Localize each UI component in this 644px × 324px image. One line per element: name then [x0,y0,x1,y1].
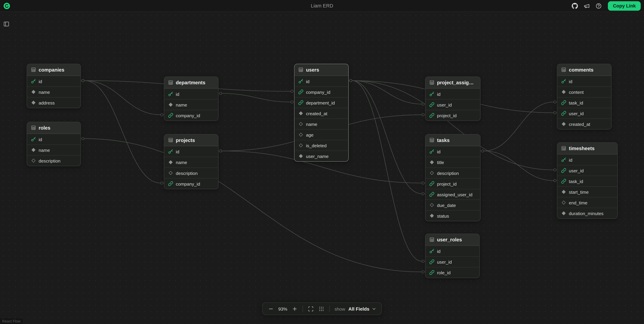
table-node-user_roles[interactable]: user_rolesiduser_idrole_id [425,234,480,278]
column-name: start_time [569,190,588,194]
column-tasks-description[interactable]: description [426,168,480,178]
github-button[interactable] [570,1,580,11]
table-header-user_roles[interactable]: user_roles [426,234,479,246]
column-name: assigned_user_id [437,192,472,197]
toolbar-divider [329,305,330,312]
table-node-companies[interactable]: companiesidnameaddress [27,64,81,108]
key-icon [561,79,566,84]
column-users-id[interactable]: id [294,76,348,86]
table-header-projects[interactable]: projects [164,134,218,146]
column-project_assignments-id[interactable]: id [426,88,480,99]
table-node-timesheets[interactable]: timesheetsiduser_idtask_idstart_timeend_… [557,142,618,219]
column-projects-name[interactable]: name [164,157,218,168]
column-users-created_at[interactable]: created_at [294,108,348,118]
column-departments-company_id[interactable]: company_id [164,110,218,120]
column-projects-description[interactable]: description [164,168,218,178]
column-name: content [569,89,584,94]
column-users-user_name[interactable]: user_name [294,150,348,161]
column-tasks-assigned_user_id[interactable]: assigned_user_id [426,189,480,200]
column-comments-user_id[interactable]: user_id [557,108,611,118]
column-departments-id[interactable]: id [164,88,218,99]
column-timesheets-id[interactable]: id [557,154,617,165]
zoom-in-button[interactable] [291,305,299,313]
column-comments-id[interactable]: id [557,76,611,86]
column-user_roles-role_id[interactable]: role_id [426,267,479,278]
column-projects-id[interactable]: id [164,146,218,157]
column-name: description [38,158,60,163]
fit-view-button[interactable] [306,305,315,313]
column-projects-company_id[interactable]: company_id [164,178,218,189]
table-header-comments[interactable]: comments [557,64,611,76]
zoom-out-button[interactable] [267,305,275,313]
table-header-departments[interactable]: departments [164,77,218,88]
column-comments-content[interactable]: content [557,86,611,97]
column-timesheets-start_time[interactable]: start_time [557,186,617,197]
column-roles-name[interactable]: name [27,144,80,155]
column-timesheets-user_id[interactable]: user_id [557,165,617,176]
tidy-up-button[interactable] [317,305,326,313]
column-name: description [176,171,198,176]
link-icon [429,113,435,118]
column-users-name[interactable]: name [294,118,348,129]
column-users-department_id[interactable]: department_id [294,97,348,108]
column-users-company_id[interactable]: company_id [294,86,348,97]
table-node-tasks[interactable]: tasksidtitledescriptionproject_idassigne… [425,134,480,221]
table-header-timesheets[interactable]: timesheets [557,143,617,154]
table-icon [561,67,566,72]
column-tasks-id[interactable]: id [426,146,480,157]
column-roles-id[interactable]: id [27,134,80,144]
table-node-comments[interactable]: commentsidcontenttask_iduser_idcreated_a… [557,64,612,130]
table-header-project_assignments[interactable]: project_assignme... [426,77,480,88]
column-companies-name[interactable]: name [27,86,80,97]
column-users-age[interactable]: age [294,129,348,140]
table-header-users[interactable]: users [294,64,348,76]
table-node-projects[interactable]: projectsidnamedescriptioncompany_id [164,134,218,189]
table-header-roles[interactable]: roles [27,122,80,134]
column-tasks-due_date[interactable]: due_date [426,200,480,210]
column-project_assignments-user_id[interactable]: user_id [426,99,480,110]
key-icon [31,79,36,84]
reactflow-attribution[interactable]: React Flow [0,318,22,324]
table-name: companies [38,67,64,73]
table-header-tasks[interactable]: tasks [426,134,480,146]
column-comments-created_at[interactable]: created_at [557,118,611,129]
table-node-roles[interactable]: rolesidnamedescription [27,122,81,166]
column-name: id [569,157,572,162]
column-user_roles-id[interactable]: id [426,246,479,256]
column-tasks-title[interactable]: title [426,157,480,168]
table-node-users[interactable]: usersidcompany_iddepartment_idcreated_at… [294,64,348,162]
column-companies-id[interactable]: id [27,76,80,86]
column-project_assignments-project_id[interactable]: project_id [426,110,480,120]
column-users-is_deleted[interactable]: is_deleted [294,140,348,150]
link-icon [429,259,435,265]
column-timesheets-duration_minutes[interactable]: duration_minutes [557,208,617,218]
column-companies-address[interactable]: address [27,97,80,108]
diamond-filled-icon [561,211,566,216]
column-tasks-project_id[interactable]: project_id [426,178,480,189]
column-user_roles-user_id[interactable]: user_id [426,256,479,267]
column-timesheets-task_id[interactable]: task_id [557,176,617,186]
fields-filter-value: All Fields [348,306,370,311]
column-comments-task_id[interactable]: task_id [557,97,611,108]
table-icon [168,80,174,85]
column-departments-name[interactable]: name [164,99,218,110]
column-timesheets-end_time[interactable]: end_time [557,197,617,208]
announcement-button[interactable] [582,1,592,11]
link-icon [168,113,174,118]
column-name: name [38,89,50,94]
fields-filter-button[interactable]: All Fields [348,306,377,311]
table-node-departments[interactable]: departmentsidnamecompany_id [164,77,218,121]
column-name: name [176,102,187,107]
column-name: title [437,160,444,165]
show-label: show [334,306,345,311]
erd-canvas[interactable]: companiesidnameaddressrolesidnamedescrip… [0,0,644,324]
column-tasks-status[interactable]: status [426,210,480,221]
table-header-companies[interactable]: companies [27,64,80,76]
copy-link-button[interactable]: Copy Link [608,1,641,11]
table-node-project_assignments[interactable]: project_assignme...iduser_idproject_id [425,77,480,121]
column-roles-description[interactable]: description [27,155,80,166]
help-button[interactable] [594,1,604,11]
sidebar-toggle-button[interactable] [2,21,10,29]
link-icon [561,100,566,105]
key-icon [168,149,174,154]
